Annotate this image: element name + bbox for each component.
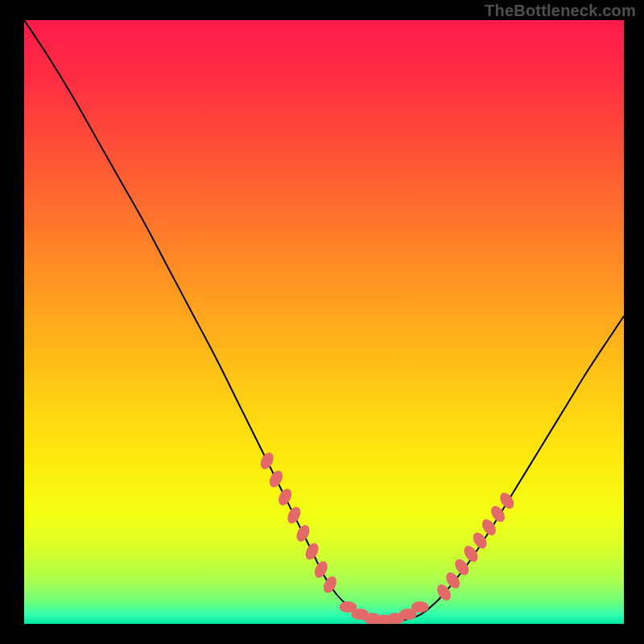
watermark-text: TheBottleneck.com — [485, 2, 636, 20]
curve-marker — [411, 601, 429, 613]
gradient-background — [24, 20, 624, 624]
chart-frame: TheBottleneck.com — [0, 0, 644, 644]
chart-svg — [24, 20, 624, 624]
plot-area — [24, 20, 624, 624]
